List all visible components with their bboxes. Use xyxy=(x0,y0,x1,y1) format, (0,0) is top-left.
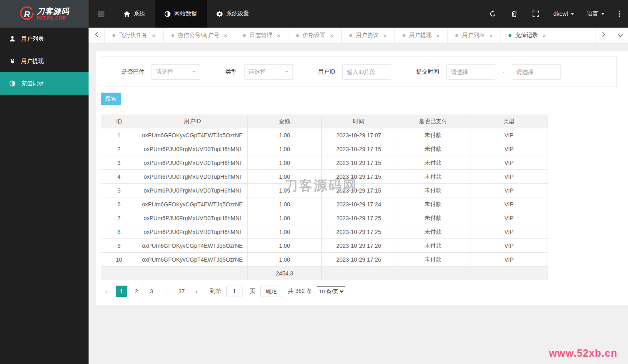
table-cell: VIP xyxy=(470,128,548,142)
page-button-37[interactable]: 37 xyxy=(176,286,187,297)
table-cell: 未付款 xyxy=(396,253,470,266)
refresh-button[interactable] xyxy=(482,0,504,28)
tabs-menu-button[interactable] xyxy=(612,28,628,43)
table-cell: 未付款 xyxy=(396,170,470,184)
time-to-input[interactable] xyxy=(512,64,561,80)
fullscreen-button[interactable] xyxy=(525,0,547,28)
table-cell: 5 xyxy=(101,184,137,197)
table-cell: 未付款 xyxy=(396,211,470,225)
tab-status-dot xyxy=(113,34,115,37)
tab-价格设置[interactable]: 价格设置× xyxy=(288,28,342,43)
goto-page-prefix: 到第 xyxy=(210,288,221,295)
tab-close-icon[interactable]: × xyxy=(542,32,546,39)
table-footer-cell xyxy=(101,266,137,280)
tab-用户协议[interactable]: 用户协议× xyxy=(342,28,395,43)
nav-item-label: 系统设置 xyxy=(226,10,249,17)
tab-close-icon[interactable]: × xyxy=(152,32,156,39)
language-menu[interactable]: 语言 xyxy=(580,0,611,28)
tab-bar: 飞行棋任务×微信公号/商户号×日志管理×价格设置×用户协议×用户提现×用户列表×… xyxy=(89,28,628,43)
tab-label: 用户列表 xyxy=(462,32,485,39)
user-menu[interactable]: dkewl xyxy=(547,0,580,28)
search-button[interactable]: 搜索 xyxy=(101,93,121,105)
table-footer-cell xyxy=(137,266,248,280)
tabs-scroll-left-button[interactable] xyxy=(89,28,105,43)
table-cell: 3 xyxy=(101,156,137,170)
tabs-scroll-right-button[interactable] xyxy=(596,28,612,43)
user-id-input[interactable] xyxy=(342,64,391,80)
tab-close-icon[interactable]: × xyxy=(330,32,333,39)
goto-page-suffix: 页 xyxy=(250,288,256,295)
table-cell: 2023-10-29 17:15 xyxy=(322,156,396,170)
tab-label: 飞行棋任务 xyxy=(119,32,147,39)
sidebar-toggle-button[interactable] xyxy=(89,0,114,28)
tab-close-icon[interactable]: × xyxy=(383,32,387,39)
tab-用户提现[interactable]: 用户提现× xyxy=(395,28,448,43)
goto-page-input[interactable] xyxy=(226,286,243,297)
page-button-1[interactable]: 1 xyxy=(116,286,127,297)
table-cell: 1.00 xyxy=(248,225,322,239)
table-cell: 1.00 xyxy=(248,170,322,184)
prev-page-button[interactable]: ‹ xyxy=(101,286,112,297)
time-range-separator: - xyxy=(502,68,505,76)
table-cell: VIP xyxy=(470,184,548,197)
user-icon xyxy=(9,36,16,42)
tab-close-icon[interactable]: × xyxy=(277,32,280,39)
nav-item-label: 系统 xyxy=(134,10,145,17)
sidebar-item-user-withdraw[interactable]: ¥ 用户提现 xyxy=(0,50,89,72)
sidebar-item-user-list[interactable]: 用户列表 xyxy=(0,28,89,50)
clear-cache-button[interactable] xyxy=(504,0,525,28)
tab-用户列表[interactable]: 用户列表× xyxy=(448,28,501,43)
column-header-是否已支付: 是否已支付 xyxy=(396,115,470,128)
table-cell: 1.00 xyxy=(248,184,322,197)
main-column: 飞行棋任务×微信公号/商户号×日志管理×价格设置×用户协议×用户提现×用户列表×… xyxy=(89,28,628,364)
tab-微信公号/商户号[interactable]: 微信公号/商户号× xyxy=(164,28,236,43)
main-menu: 系统 网站数据 系统设置 xyxy=(89,0,482,28)
table-cell: 未付款 xyxy=(396,156,470,170)
page-button-3[interactable]: 3 xyxy=(146,286,157,297)
more-menu-button[interactable] xyxy=(611,0,628,28)
table-cell: 10 xyxy=(101,253,137,266)
confirm-page-button[interactable]: 确定 xyxy=(260,286,282,297)
tab-label: 用户提现 xyxy=(409,32,432,39)
tab-充值记录[interactable]: 充值记录× xyxy=(501,28,554,43)
table-header-row: ID用户ID金额时间是否已支付类型 xyxy=(101,115,548,128)
table-cell: 未付款 xyxy=(396,239,470,253)
time-from-input[interactable] xyxy=(446,64,495,80)
content-card: 是否已付 请选择 类型 请选择 用户ID xyxy=(96,51,628,305)
tab-close-icon[interactable]: × xyxy=(489,32,493,39)
next-page-button[interactable]: › xyxy=(191,286,202,297)
page-button-2[interactable]: 2 xyxy=(131,286,142,297)
table-body: 1oxPUm6GFOKyvCGpT4EWTJq5OzrNE1.002023-10… xyxy=(101,128,548,266)
table-cell: 1.00 xyxy=(248,211,322,225)
chevron-down-icon xyxy=(193,71,196,73)
table-cell: 1.00 xyxy=(248,239,322,253)
page-size-select[interactable]: 10 条/页 xyxy=(317,286,345,296)
filter-user-id: 用户ID xyxy=(318,64,391,80)
main-content: 是否已付 请选择 类型 请选择 用户ID xyxy=(89,43,628,364)
table-cell: 1 xyxy=(101,128,137,142)
tab-close-icon[interactable]: × xyxy=(224,32,227,39)
filter-type-label: 类型 xyxy=(225,68,237,76)
yen-icon: ¥ xyxy=(9,58,16,65)
tab-飞行棋任务[interactable]: 飞行棋任务× xyxy=(105,28,164,43)
nav-item-label: 网站数据 xyxy=(174,10,197,17)
column-header-ID: ID xyxy=(101,115,137,128)
table-cell: 未付款 xyxy=(396,128,470,142)
sidebar-item-label: 充值记录 xyxy=(21,80,44,87)
nav-item-settings[interactable]: 系统设置 xyxy=(207,0,259,28)
table-row: 6oxPUm6GFOKyvCGpT4EWTJq5OzrNE1.002023-10… xyxy=(101,197,548,211)
chevron-down-icon xyxy=(285,71,288,73)
table-row: 8oxPUm6PJU0FrgMxUVD0TupH6hMNI1.002023-10… xyxy=(101,225,548,239)
tab-日志管理[interactable]: 日志管理× xyxy=(235,28,288,43)
nav-item-site-data[interactable]: 网站数据 xyxy=(155,0,207,28)
sidebar: 用户列表 ¥ 用户提现 充值记录 xyxy=(0,28,89,364)
chevron-down-icon xyxy=(571,13,574,15)
paid-status-select[interactable]: 请选择 xyxy=(152,64,200,80)
table-row: 2oxPUm6PJU0FrgMxUVD0TupH6hMNI1.002023-10… xyxy=(101,142,548,156)
type-select[interactable]: 请选择 xyxy=(244,64,293,80)
sidebar-item-label: 用户列表 xyxy=(21,35,44,43)
sidebar-item-recharge-records[interactable]: 充值记录 xyxy=(0,72,89,95)
sidebar-item-label: 用户提现 xyxy=(21,58,44,65)
nav-item-system[interactable]: 系统 xyxy=(114,0,155,28)
tab-close-icon[interactable]: × xyxy=(436,32,440,39)
